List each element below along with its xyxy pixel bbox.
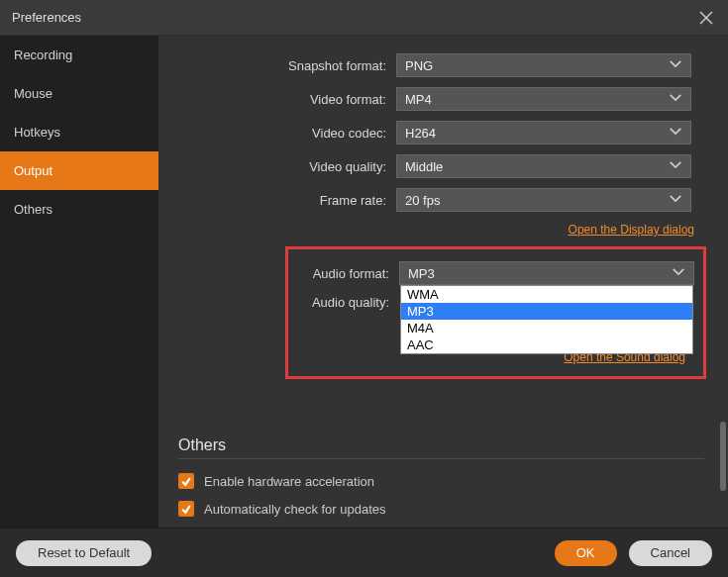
- dropdown-option-aac[interactable]: AAC: [401, 337, 692, 353]
- divider: [178, 458, 704, 459]
- dropdown-audio-format: WMA MP3 M4A AAC: [400, 285, 693, 354]
- label-audio-quality: Audio quality:: [288, 295, 399, 310]
- sidebar: Recording Mouse Hotkeys Output Others: [0, 36, 158, 528]
- chevron-down-icon: [669, 158, 682, 175]
- chevron-down-icon: [669, 57, 682, 74]
- select-frame-rate[interactable]: 20 fps: [396, 188, 691, 212]
- select-video-format[interactable]: MP4: [396, 87, 691, 111]
- window-title: Preferences: [12, 10, 81, 25]
- chevron-down-icon: [669, 125, 682, 142]
- reset-to-default-button[interactable]: Reset to Default: [16, 540, 152, 566]
- cancel-button[interactable]: Cancel: [629, 540, 712, 566]
- sidebar-item-output[interactable]: Output: [0, 151, 158, 190]
- select-video-quality[interactable]: Middle: [396, 154, 691, 178]
- select-value: H264: [405, 126, 436, 141]
- titlebar: Preferences: [0, 0, 728, 36]
- label-snapshot-format: Snapshot format:: [168, 58, 396, 73]
- sidebar-item-hotkeys[interactable]: Hotkeys: [0, 113, 158, 151]
- check-icon: [180, 475, 192, 487]
- label-frame-rate: Frame rate:: [168, 193, 396, 208]
- dropdown-option-wma[interactable]: WMA: [401, 286, 692, 303]
- scrollbar[interactable]: [720, 422, 726, 491]
- checkbox-hw-accel[interactable]: [178, 473, 194, 489]
- check-icon: [180, 503, 192, 515]
- close-button[interactable]: [696, 8, 716, 28]
- label-hw-accel: Enable hardware acceleration: [204, 474, 374, 489]
- dropdown-option-mp3[interactable]: MP3: [401, 303, 692, 320]
- label-video-format: Video format:: [168, 92, 396, 107]
- label-video-codec: Video codec:: [168, 126, 396, 141]
- content-output: Snapshot format: PNG Video format: MP4 V…: [158, 36, 728, 528]
- select-audio-format[interactable]: MP3 WMA MP3 M4A AAC: [399, 261, 694, 285]
- label-video-quality: Video quality:: [168, 159, 396, 174]
- select-value: MP4: [405, 92, 432, 107]
- select-value: Middle: [405, 159, 443, 174]
- select-value: 20 fps: [405, 193, 440, 208]
- link-display-dialog[interactable]: Open the Display dialog: [569, 223, 694, 237]
- close-icon: [698, 10, 714, 26]
- sidebar-item-mouse[interactable]: Mouse: [0, 74, 158, 113]
- select-value: MP3: [408, 266, 435, 281]
- chevron-down-icon: [669, 192, 682, 209]
- footer: Reset to Default OK Cancel: [0, 528, 728, 577]
- label-auto-check: Automatically check for updates: [204, 502, 386, 517]
- select-snapshot-format[interactable]: PNG: [396, 53, 691, 77]
- dropdown-option-m4a[interactable]: M4A: [401, 320, 692, 337]
- chevron-down-icon: [669, 91, 682, 108]
- chevron-down-icon: [672, 265, 685, 282]
- highlight-audio-section: Audio format: MP3 WMA MP3 M4A AAC Audio …: [285, 246, 706, 379]
- sidebar-item-recording[interactable]: Recording: [0, 36, 158, 74]
- label-audio-format: Audio format:: [288, 266, 399, 281]
- select-value: PNG: [405, 58, 433, 73]
- sidebar-item-others[interactable]: Others: [0, 190, 158, 229]
- section-title-others: Others: [178, 436, 704, 454]
- checkbox-auto-check[interactable]: [178, 501, 194, 517]
- ok-button[interactable]: OK: [555, 540, 617, 566]
- select-video-codec[interactable]: H264: [396, 121, 691, 144]
